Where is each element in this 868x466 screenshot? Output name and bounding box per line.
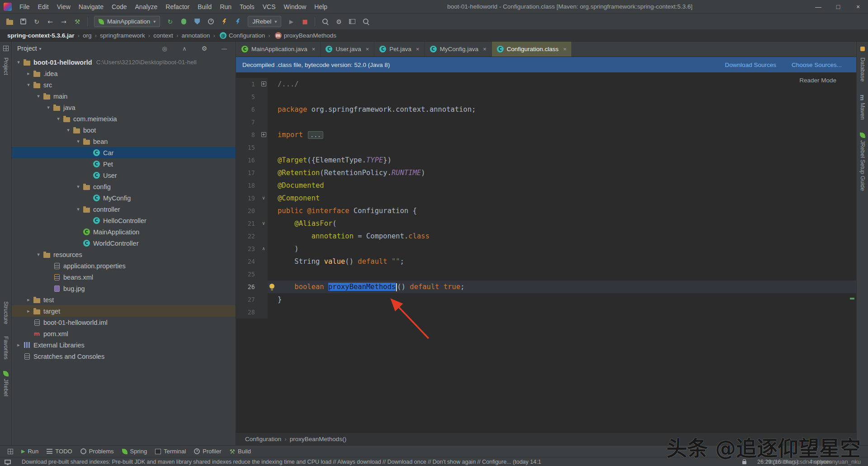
tab-mainapplication-java[interactable]: CMainApplication.java× (236, 42, 321, 57)
close-icon[interactable]: × (312, 46, 316, 52)
tree-item-pom-xml[interactable]: mpom.xml (12, 328, 236, 339)
jrebel-combo[interactable]: JRebel▾ (248, 16, 281, 27)
line-number[interactable]: 26 (236, 281, 259, 293)
tool-problems[interactable]: Problems (76, 446, 118, 457)
line-number[interactable]: 21 (236, 217, 259, 230)
status-message[interactable]: Download pre-built shared indexes: Pre-b… (22, 459, 731, 465)
line-number[interactable]: 17 (236, 166, 259, 179)
line-number[interactable]: 28 (236, 306, 259, 319)
tree-item-scratches-and-consoles[interactable]: Scratches and Consoles (12, 351, 236, 362)
menu-run[interactable]: Run (216, 0, 236, 14)
project-view-selector[interactable]: Project ▾ (17, 45, 42, 52)
menu-tools[interactable]: Tools (236, 0, 259, 14)
tool-run[interactable]: ▶Run (17, 446, 42, 457)
tree-item-bean[interactable]: ▾bean (12, 136, 236, 147)
menu-file[interactable]: File (15, 0, 34, 14)
editor-breadcrumb-proxybeanmethods[interactable]: proxyBeanMethods() (289, 436, 347, 442)
tree-item-car[interactable]: CCar (12, 147, 236, 158)
line-number[interactable]: 19 (236, 192, 259, 204)
code-editor[interactable]: 1+/.../56package org.springframework.con… (236, 72, 856, 433)
run-muted-button[interactable]: ▶ (285, 16, 297, 28)
tree-item-external-libraries[interactable]: ▸External Libraries (12, 339, 236, 351)
back-button[interactable]: ← (44, 16, 57, 28)
tree-item-mainapplication[interactable]: CMainApplication (12, 226, 236, 238)
tool-window-switcher-button[interactable] (4, 446, 17, 457)
menu-code[interactable]: Code (108, 0, 131, 14)
build-button[interactable]: ⚒ (71, 16, 84, 28)
close-icon[interactable]: × (563, 46, 567, 52)
stop-button[interactable]: ■ (298, 16, 311, 28)
breadcrumb-item-spring-context-5-3-6-jar[interactable]: spring-context-5.3.6.jar (6, 32, 75, 39)
tab-myconfig-java[interactable]: CMyConfig.java× (425, 42, 492, 57)
chevron-down-icon[interactable]: ▾ (34, 252, 42, 257)
tool-spring[interactable]: Spring (118, 446, 151, 457)
save-all-button[interactable] (17, 16, 29, 28)
chevron-down-icon[interactable]: ▾ (64, 127, 72, 133)
line-number[interactable]: 16 (236, 154, 259, 166)
coverage-button[interactable] (191, 16, 203, 28)
minimize-button[interactable]: — (808, 0, 828, 13)
close-button[interactable]: × (848, 0, 868, 13)
menu-navigate[interactable]: Navigate (75, 0, 108, 14)
menu-view[interactable]: View (53, 0, 75, 14)
tool-window-switcher-button[interactable] (3, 45, 9, 53)
line-number[interactable]: 6 (236, 103, 259, 116)
menu-help[interactable]: Help (310, 0, 331, 14)
stripe-tab-structure[interactable]: Structure (3, 301, 9, 324)
jrebel-debug-button[interactable] (231, 16, 244, 28)
wrench-button[interactable]: ⚙ (332, 16, 345, 28)
tree-item-com-meimeixia[interactable]: ▾com.meimeixia (12, 113, 236, 124)
rerun-button[interactable]: ↻ (164, 16, 176, 28)
run-configuration-combo[interactable]: MainApplication▾ (94, 16, 160, 27)
menu-window[interactable]: Window (280, 0, 311, 14)
tab-pet-java[interactable]: CPet.java× (374, 42, 425, 57)
profiler-button[interactable] (204, 16, 217, 28)
breadcrumb-item-springframework[interactable]: springframework (99, 32, 146, 39)
debug-button[interactable] (177, 16, 190, 28)
sync-button[interactable]: ↻ (30, 16, 43, 28)
tree-item-src[interactable]: ▾src (12, 79, 236, 90)
line-number[interactable]: 22 (236, 230, 259, 243)
stripe-tab-project[interactable]: Project (3, 57, 9, 75)
stripe-tab-favorites[interactable]: Favorites (3, 336, 9, 359)
line-number[interactable]: 24 (236, 255, 259, 268)
event-log-icon[interactable] (5, 460, 11, 464)
chevron-right-icon[interactable]: ▸ (24, 297, 33, 303)
tab-user-java[interactable]: CUser.java× (321, 42, 374, 57)
fold-marker[interactable]: + (259, 78, 268, 90)
tab-configuration-class[interactable]: CConfiguration.class× (492, 42, 572, 57)
breadcrumb-item-annotation[interactable]: annotation (180, 32, 211, 39)
editor-breadcrumb-configuration[interactable]: Configuration (244, 436, 282, 442)
line-number[interactable]: 15 (236, 141, 259, 154)
find-button[interactable] (319, 16, 331, 28)
open-project-button[interactable] (3, 16, 16, 28)
tree-item-config[interactable]: ▾config (12, 181, 236, 192)
tree-item-bug-jpg[interactable]: bug.jpg (12, 283, 236, 294)
line-number[interactable]: 7 (236, 116, 259, 128)
line-number[interactable]: 8 (236, 128, 259, 141)
breadcrumb-item-org[interactable]: org (82, 32, 93, 39)
tree-item-pet[interactable]: CPet (12, 158, 236, 170)
tree-item-java[interactable]: ▾java (12, 102, 236, 113)
settings-button[interactable]: ⚙ (198, 43, 211, 54)
tool-todo[interactable]: TODO (42, 446, 76, 457)
chevron-down-icon[interactable]: ▾ (24, 82, 33, 88)
menu-refactor[interactable]: Refactor (161, 0, 193, 14)
close-icon[interactable]: × (483, 46, 486, 52)
chevron-down-icon[interactable]: ▾ (74, 184, 82, 190)
intention-bulb-icon[interactable] (269, 284, 274, 290)
tool-profiler[interactable]: Profiler (190, 446, 225, 457)
tree-item-idea[interactable]: ▸.idea (12, 68, 236, 79)
menu-vcs[interactable]: VCS (259, 0, 280, 14)
chevron-down-icon[interactable]: ▾ (34, 93, 42, 99)
chevron-down-icon[interactable]: ▾ (74, 206, 82, 212)
tree-item-controller[interactable]: ▾controller (12, 204, 236, 215)
tree-item-test[interactable]: ▸test (12, 294, 236, 305)
events-button[interactable] (860, 45, 865, 53)
jrebel-run-button[interactable] (218, 16, 231, 28)
breadcrumb-item-proxybeanmethods[interactable]: proxyBeanMethods (283, 32, 337, 39)
tree-item-resources[interactable]: ▾resources (12, 249, 236, 260)
close-icon[interactable]: × (416, 46, 420, 52)
fold-marker[interactable]: ∧ (259, 243, 268, 255)
menu-edit[interactable]: Edit (34, 0, 53, 14)
